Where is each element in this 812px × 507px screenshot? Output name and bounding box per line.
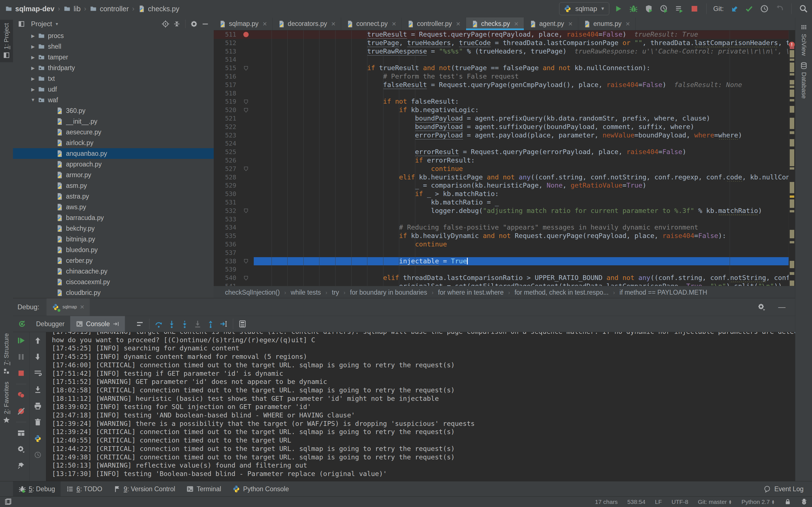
profiler-button[interactable]	[658, 3, 670, 15]
fold-marker-icon[interactable]	[238, 106, 254, 114]
gutter-mark[interactable]	[238, 31, 254, 39]
line-number[interactable]: 532	[214, 207, 238, 215]
step-into-button[interactable]	[165, 318, 178, 330]
python-console-button[interactable]	[32, 433, 43, 444]
run-button[interactable]	[612, 3, 624, 15]
fold-marker-icon[interactable]	[238, 207, 254, 215]
close-icon[interactable]: ✕	[514, 20, 519, 27]
view-breakpoints-button[interactable]	[15, 389, 27, 400]
chevron-right-icon[interactable]: ▶	[29, 55, 37, 60]
line-number[interactable]: 522	[214, 123, 238, 131]
gear-icon[interactable]	[188, 18, 200, 30]
git-update-button[interactable]	[728, 3, 740, 15]
gutter-mark[interactable]	[238, 39, 254, 47]
tab-agentpy[interactable]: agent.py✕	[524, 17, 578, 30]
gutter-mark[interactable]	[238, 265, 254, 274]
editor-scrollbar[interactable]: !	[789, 31, 795, 286]
event-log-button[interactable]: Event Log	[763, 485, 804, 493]
tree-item-barracudapy[interactable]: barracuda.py	[13, 212, 214, 223]
fold-marker-icon[interactable]	[238, 98, 254, 106]
sidebar-item-sciview[interactable]: SciView	[795, 24, 812, 56]
show-execution-point-button[interactable]	[133, 318, 146, 330]
settings-button[interactable]	[15, 444, 27, 455]
tree-item-airlockpy[interactable]: airlock.py	[13, 137, 214, 148]
tree-item-360py[interactable]: 360.py	[13, 105, 214, 116]
stop-button[interactable]	[15, 368, 27, 379]
tab-enumspy[interactable]: enums.py✕	[578, 17, 636, 30]
select-opened-file-button[interactable]	[160, 18, 171, 30]
git-rollback-button[interactable]	[773, 3, 786, 15]
gutter-mark[interactable]	[238, 249, 254, 257]
line-number[interactable]: 536	[214, 240, 238, 249]
gutter-mark[interactable]	[238, 173, 254, 182]
breadcrumb-item[interactable]: checks.py	[138, 5, 179, 13]
gutter-mark[interactable]	[238, 223, 254, 232]
sidebar-item-database[interactable]: Database	[795, 62, 812, 99]
resume-button[interactable]	[15, 335, 27, 346]
tree-item-aesecurepy[interactable]: aesecure.py	[13, 127, 214, 137]
tab-checkspy[interactable]: checks.py✕	[466, 17, 524, 30]
tree-item-cerberpy[interactable]: cerber.py	[13, 255, 214, 266]
stop-button[interactable]	[688, 3, 701, 15]
tree-item-asmpy[interactable]: asm.py	[13, 180, 214, 191]
force-step-into-button[interactable]	[178, 318, 191, 330]
line-number[interactable]: 513	[214, 47, 238, 56]
tree-item-shell[interactable]: ▶shell	[13, 41, 214, 52]
line-number[interactable]: 528	[214, 173, 238, 182]
line-number[interactable]: 518	[214, 89, 238, 98]
chevron-right-icon[interactable]: ▶	[29, 65, 37, 71]
tree-item-cloudbricpy[interactable]: cloudbric.py	[13, 287, 214, 298]
git-branch-widget[interactable]: Git: master▲▼	[698, 499, 732, 505]
gutter-mark[interactable]	[238, 198, 254, 207]
hide-panel-button[interactable]	[200, 18, 211, 30]
toolwindow-button-debug[interactable]: 5: Debug	[13, 482, 61, 497]
fold-marker-icon[interactable]	[238, 274, 254, 282]
tree-item-__init__py[interactable]: __init__.py	[13, 116, 214, 127]
gutter-mark[interactable]	[238, 72, 254, 81]
up-stack-button[interactable]	[32, 335, 43, 346]
tree-item-udf[interactable]: ▶udf	[13, 84, 214, 95]
line-number[interactable]: 538	[214, 257, 238, 266]
line-number[interactable]: 531	[214, 198, 238, 207]
line-number[interactable]: 514	[214, 55, 238, 64]
tree-item-procs[interactable]: ▶procs	[13, 31, 214, 41]
sidebar-item-structure[interactable]: 7: Structure	[0, 330, 13, 378]
tree-item-bluedonpy[interactable]: bluedon.py	[13, 244, 214, 255]
gear-icon[interactable]	[755, 300, 768, 314]
git-commit-button[interactable]	[743, 3, 755, 15]
fold-marker-icon[interactable]	[238, 64, 254, 72]
mute-breakpoints-button[interactable]	[15, 406, 27, 417]
toolwindow-button-todo[interactable]: 6: TODO	[61, 482, 108, 497]
tree-item-armorpy[interactable]: armor.py	[13, 170, 214, 180]
line-number[interactable]: 526	[214, 156, 238, 165]
gutter-mark[interactable]	[238, 47, 254, 56]
evaluate-expression-button[interactable]	[236, 318, 249, 330]
line-number[interactable]: 515	[214, 64, 238, 72]
line-number[interactable]: 517	[214, 81, 238, 89]
gutter-mark[interactable]	[238, 156, 254, 165]
close-icon[interactable]: ✕	[262, 20, 267, 27]
step-into-my-code-button[interactable]	[191, 318, 204, 330]
line-number[interactable]: 533	[214, 215, 238, 224]
line-number[interactable]: 539	[214, 265, 238, 274]
line-number[interactable]: 519	[214, 98, 238, 106]
tree-item-bekchypy[interactable]: bekchy.py	[13, 223, 214, 234]
gutter-mark[interactable]	[238, 148, 254, 156]
tree-item-astrapy[interactable]: astra.py	[13, 191, 214, 202]
gutter-mark[interactable]	[238, 55, 254, 64]
line-number[interactable]: 527	[214, 165, 238, 173]
tree-item-txt[interactable]: ▶txt	[13, 73, 214, 84]
tree-item-waf[interactable]: ▼waf	[13, 95, 214, 105]
tab-console[interactable]: Console	[70, 316, 125, 332]
tree-item-thirdparty[interactable]: ▶thirdparty	[13, 62, 214, 73]
sidebar-item-favorites[interactable]: 2: Favorites	[0, 378, 13, 427]
editor-breadcrumb-item[interactable]: if method == PAYLOAD.METH	[619, 289, 707, 296]
chevron-right-icon[interactable]: ▶	[29, 44, 37, 49]
breakpoint-icon[interactable]	[243, 32, 249, 37]
line-number[interactable]: 534	[214, 223, 238, 232]
pin-button[interactable]	[15, 460, 27, 471]
line-number[interactable]: 530	[214, 190, 238, 198]
gutter-mark[interactable]	[238, 282, 254, 286]
line-number[interactable]: 537	[214, 249, 238, 257]
tree-item-tamper[interactable]: ▶tamper	[13, 52, 214, 62]
